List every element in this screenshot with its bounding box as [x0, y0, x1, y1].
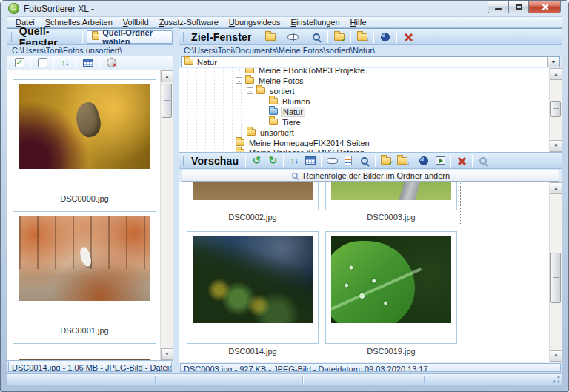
folder-combobox[interactable]: Natur ▼	[181, 56, 560, 67]
scroll-up-button[interactable]: ▲	[550, 182, 562, 194]
grid-view-icon	[305, 156, 316, 165]
tree-row[interactable]: - sortiert	[247, 86, 296, 96]
delete-icon	[457, 156, 466, 165]
grid-scrollbar[interactable]: ▲ ▼	[549, 182, 562, 362]
combo-dropdown-button[interactable]: ▼	[547, 57, 559, 67]
new-folder-icon: +	[265, 33, 276, 41]
rename-file-button[interactable]	[324, 154, 340, 167]
new-folder-button[interactable]: +	[262, 30, 279, 44]
grid-cell[interactable]	[187, 182, 319, 210]
tree-scrollbar[interactable]: ▲ ▼	[549, 68, 562, 152]
search-button[interactable]	[307, 30, 325, 44]
grid-filename: DSC0014.jpg	[184, 347, 322, 356]
grid-cell[interactable]	[187, 231, 319, 344]
rotate-left-button[interactable]: ↺	[248, 154, 264, 167]
source-list-scrollbar[interactable]: ▲ ▼	[160, 70, 173, 360]
thumbnail-image-dsc0003[interactable]	[331, 182, 451, 200]
statistics-button[interactable]	[416, 154, 432, 167]
tree-row[interactable]: Blumen	[269, 96, 311, 106]
grid-view-icon	[83, 59, 93, 67]
grid-cell[interactable]	[325, 231, 457, 344]
folder-tree[interactable]: + Meine EBookToMP3 Projekte - Meine Foto…	[179, 68, 562, 152]
scrollbar-thumb[interactable]	[550, 253, 561, 303]
scroll-down-button[interactable]: ▼	[161, 348, 173, 360]
change-order-button[interactable]: Reihenfolge der Bilder im Ordner ändern	[182, 170, 559, 182]
tree-row[interactable]: + Meine EBookToMP3 Projekte	[236, 68, 366, 75]
tree-row-selected[interactable]: Natur	[269, 107, 305, 116]
scroll-down-button[interactable]: ▼	[550, 140, 562, 152]
slideshow-icon	[436, 156, 445, 165]
grid-view-button[interactable]	[302, 154, 319, 167]
delete-image-button[interactable]	[453, 154, 470, 167]
thumbnail-image-dsc0019[interactable]	[331, 236, 451, 323]
close-button[interactable]	[529, 1, 561, 13]
deselect-all-button[interactable]	[33, 56, 51, 70]
rename-folder-button[interactable]	[284, 30, 302, 44]
select-all-button[interactable]: ✓	[10, 56, 28, 70]
menu-bar: Datei Schnelles Arbeiten Vollbild Zusatz…	[7, 16, 562, 28]
rotate-right-icon: ↻	[269, 156, 278, 165]
thumbnail-image-dsc0001[interactable]	[19, 216, 150, 301]
folder-confirm-button[interactable]: ✓	[330, 30, 348, 44]
order-button-row: Reihenfolge der Bilder im Ordner ändern	[179, 169, 562, 182]
maximize-icon	[516, 4, 522, 10]
move-to-folder-button[interactable]: ↓	[353, 30, 371, 44]
choose-source-folder-button[interactable]: Quell-Ordner wählen	[87, 30, 173, 44]
scroll-down-button[interactable]: ▼	[550, 350, 562, 362]
scrollbar-thumb[interactable]	[162, 84, 172, 118]
source-thumb-cell[interactable]	[13, 343, 156, 360]
source-thumb-cell[interactable]	[13, 211, 156, 322]
sort-button[interactable]: ↑↓	[56, 56, 74, 70]
thumbnail-image-dsc0002[interactable]	[193, 182, 313, 200]
file-info-button[interactable]	[340, 154, 356, 167]
folder-icon	[269, 119, 278, 125]
sort-button[interactable]: ↑↓	[286, 154, 302, 167]
folder-icon	[269, 98, 278, 104]
tree-row[interactable]: Tiere	[269, 117, 302, 127]
tree-expander-minus[interactable]: -	[236, 77, 242, 84]
thumbnail-image-dsc0000[interactable]	[19, 84, 150, 169]
title-bar[interactable]: → FotoSortierer XL -	[1, 1, 568, 16]
grid-view-button[interactable]	[79, 56, 97, 70]
delete-folder-button[interactable]	[399, 30, 417, 44]
grid-filename: DSC0019.jpg	[322, 347, 460, 356]
statistics-button[interactable]	[376, 30, 394, 44]
maximize-button[interactable]	[509, 1, 529, 13]
rotate-right-button[interactable]: ↻	[264, 154, 281, 167]
folder-icon	[92, 33, 99, 40]
folder-icon	[184, 59, 193, 65]
tree-expander-plus[interactable]: +	[236, 68, 242, 73]
menu-hilfe[interactable]: Hilfe	[345, 17, 372, 27]
preview-grid[interactable]: DSC0002.jpg DSC0003.jpg DSC0014.jpg DSC0…	[179, 182, 562, 362]
menu-einstellungen[interactable]: Einstellungen	[286, 17, 345, 27]
tree-row[interactable]: Meine HomepageFIX2014 Seiten	[236, 138, 371, 147]
folder-combo-row: Natur ▼	[179, 56, 562, 68]
pie-chart-icon	[419, 156, 428, 165]
tree-expander-minus[interactable]: -	[247, 87, 253, 94]
slideshow-button[interactable]	[432, 154, 448, 167]
menu-zusatz-software[interactable]: Zusatz-Software	[154, 17, 224, 27]
minimize-button[interactable]	[488, 1, 509, 13]
thumbnail-image-dsc0014[interactable]	[193, 236, 313, 323]
move-to-folder-button[interactable]: ↓	[394, 154, 410, 167]
scroll-up-button[interactable]: ▲	[161, 70, 173, 82]
tree-label: unsortiert	[259, 128, 296, 137]
scroll-up-button[interactable]: ▲	[550, 68, 562, 80]
file-info-icon	[345, 156, 352, 165]
menu-vollbild[interactable]: Vollbild	[118, 17, 154, 27]
tree-row[interactable]: unsortiert	[247, 127, 296, 137]
source-thumbnail-list[interactable]: DSC0000.jpg DSC0001.jpg	[7, 70, 173, 360]
resize-grip[interactable]	[552, 375, 561, 384]
status-divider	[302, 376, 303, 383]
zoom-button[interactable]	[475, 154, 491, 167]
source-thumb-cell[interactable]	[13, 79, 156, 190]
folder-confirm-button[interactable]: ✓	[378, 154, 394, 167]
menu-uebungsvideos[interactable]: Übungsvideos	[224, 17, 286, 27]
tree-row[interactable]: - Meine Fotos	[236, 76, 305, 85]
search-button[interactable]	[356, 154, 373, 167]
grid-cell-selected[interactable]	[325, 182, 457, 210]
separator	[76, 57, 77, 69]
web-disabled-button[interactable]: ✕	[102, 56, 120, 70]
scrollbar-thumb[interactable]	[550, 101, 561, 117]
source-header-toolbar: Quell-Fenster Quell-Ordner wählen	[7, 29, 173, 45]
